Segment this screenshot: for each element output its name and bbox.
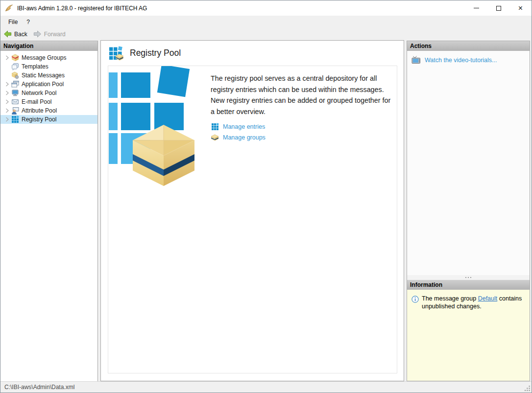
message-groups-icon [11,54,19,62]
watch-video-tutorials-label: Watch the video-tutorials... [425,57,497,64]
forward-arrow-icon [33,30,42,38]
close-button[interactable]: × [509,0,532,16]
attribute-pool-icon [11,107,19,115]
watch-video-tutorials-link[interactable]: Watch the video-tutorials... [411,56,530,64]
window-title: IBI-aws Admin 1.28.0 - registered for IB… [17,5,147,12]
tv-icon [411,56,421,64]
chevron-right-icon[interactable] [3,82,11,87]
panel-splitter[interactable] [407,275,530,280]
registry-pool-illustration [109,67,205,194]
main-panel: Registry Pool The registry pool serves a… [100,40,404,381]
page-description: The registry pool serves as a central de… [211,73,396,117]
nav-tree: Message GroupsTemplatesStatic MessagesAp… [0,51,97,124]
manage-groups-label: Manage groups [223,134,266,141]
toolbar: Back Forward [0,28,532,40]
chevron-right-icon[interactable] [3,108,11,113]
nav-item-attribute-pool[interactable]: Attribute Pool [0,106,97,115]
information-panel: The message group Default contains unpub… [407,290,530,381]
nav-item-registry-pool[interactable]: Registry Pool [0,115,97,124]
registry-pool-icon [11,116,19,123]
minimize-button[interactable] [465,0,487,16]
status-file-path: C:\IBI-aws\Admin\Data.xml [4,384,74,391]
tile [109,103,118,130]
nav-item-static-messages[interactable]: Static Messages [0,71,97,80]
navigation-panel: Navigation Message GroupsTemplatesStatic… [0,41,98,381]
application-pool-icon [11,80,19,88]
actions-panel: Watch the video-tutorials... [407,51,530,275]
maximize-button[interactable] [487,0,509,16]
manage-groups-icon [211,134,219,141]
gold-box-icon [133,125,194,186]
nav-item-label: Registry Pool [22,116,56,123]
tile [109,72,118,98]
nav-item-label: Attribute Pool [22,107,57,114]
nav-item-message-groups[interactable]: Message Groups [0,53,97,62]
tile [109,133,118,164]
nav-item-label: Static Messages [22,72,65,79]
network-pool-icon [11,89,19,97]
workspace: Navigation Message GroupsTemplatesStatic… [0,40,532,382]
navigation-header: Navigation [0,41,97,51]
nav-item-templates[interactable]: Templates [0,62,97,71]
information-header: Information [407,280,530,290]
registry-pool-large-icon [109,46,123,61]
back-button[interactable]: Back [0,28,30,40]
status-bar: C:\IBI-aws\Admin\Data.xml [0,381,532,393]
resize-grip-icon[interactable] [524,385,531,392]
forward-button[interactable]: Forward [30,28,69,40]
menu-bar: File ? [0,16,532,28]
chevron-right-icon[interactable] [3,117,11,122]
default-group-link[interactable]: Default [478,295,498,302]
manage-groups-link[interactable]: Manage groups [211,132,396,143]
tile-rotated [157,66,190,97]
tile [121,72,150,98]
manage-entries-link[interactable]: Manage entries [211,121,396,132]
nav-item-label: E-mail Pool [22,98,51,105]
back-arrow-icon [3,30,12,38]
close-icon: × [518,4,523,12]
page-title: Registry Pool [130,48,181,58]
menu-item-help[interactable]: ? [22,17,34,27]
window-controls: × [465,0,532,16]
templates-icon [11,63,19,70]
right-column: Actions Watch the video-tutorials... Inf… [407,41,530,381]
actions-header: Actions [407,41,530,51]
nav-item-e-mail-pool[interactable]: E-mail Pool [0,97,97,106]
chevron-right-icon[interactable] [3,91,11,95]
forward-label: Forward [44,31,66,38]
title-bar: IBI-aws Admin 1.28.0 - registered for IB… [0,0,532,16]
information-message: The message group Default contains unpub… [411,295,526,310]
nav-item-application-pool[interactable]: Application Pool [0,80,97,89]
chevron-right-icon[interactable] [3,99,11,104]
description-column: The registry pool serves as a central de… [211,73,396,143]
static-messages-icon [11,71,19,79]
back-label: Back [14,31,27,38]
info-icon [411,296,419,303]
manage-entries-icon [211,123,219,131]
minimize-icon [474,8,479,8]
manage-entries-label: Manage entries [223,123,265,130]
nav-item-label: Message Groups [22,54,66,61]
chevron-right-icon[interactable] [3,55,11,60]
info-text-before: The message group [422,295,478,302]
information-text: The message group Default contains unpub… [422,295,524,310]
main-header: Registry Pool [101,41,404,66]
nav-item-label: Templates [22,63,48,70]
manage-links: Manage entries Manage groups [211,121,396,143]
main-content-box: The registry pool serves as a central de… [108,66,397,373]
nav-item-network-pool[interactable]: Network Pool [0,89,97,97]
e-mail-pool-icon [11,98,19,106]
nav-item-label: Application Pool [22,81,64,88]
nav-item-label: Network Pool [22,90,56,96]
menu-item-file[interactable]: File [4,17,22,27]
quill-pen-icon [4,4,14,12]
maximize-icon [496,6,501,11]
app-window: IBI-aws Admin 1.28.0 - registered for IB… [0,0,532,393]
